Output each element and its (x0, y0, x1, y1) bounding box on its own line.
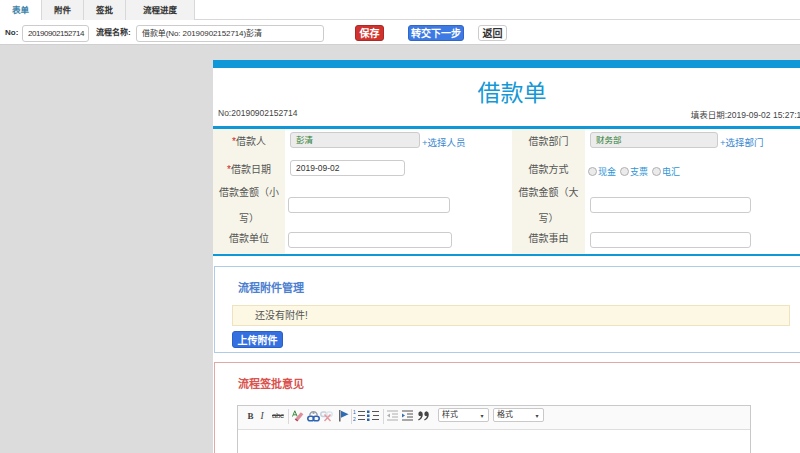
svg-text:2: 2 (353, 416, 356, 422)
svg-text:1: 1 (353, 409, 356, 415)
